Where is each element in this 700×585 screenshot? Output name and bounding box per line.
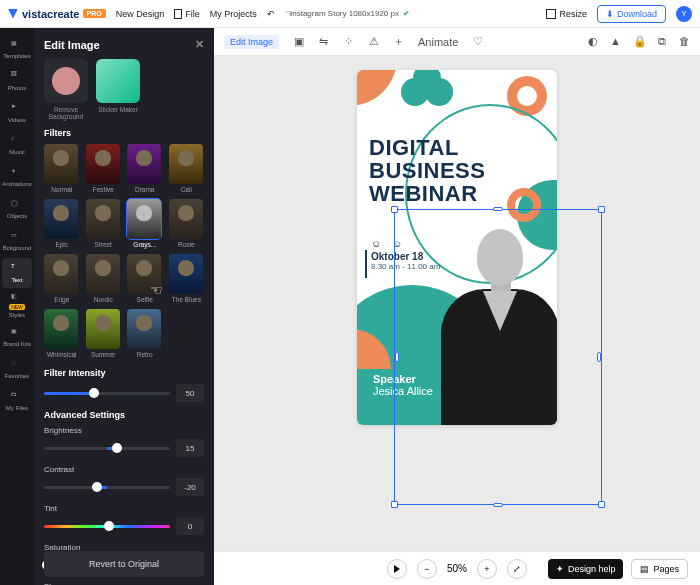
play-icon [394,565,400,573]
objects-icon: ◯ [11,199,23,211]
add-icon[interactable]: ＋ [393,34,404,49]
play-button[interactable] [387,559,407,579]
rail-my-files[interactable]: 🗀My Files [2,386,32,416]
brand-logo[interactable]: vistacreate PRO [8,8,106,20]
download-button[interactable]: ⬇Download [597,5,666,23]
fit-button[interactable]: ⤢ [507,559,527,579]
brightness-slider[interactable]: 15 [44,439,204,457]
left-rail: ▦Templates 🖼Photos ►Videos ♪Music ✦Anima… [0,28,34,585]
contrast-label: Contrast [44,465,204,474]
revert-button[interactable]: Revert to Original [44,551,204,577]
remove-background-option[interactable]: Remove Background [44,59,88,120]
resize-button[interactable]: Resize [546,9,587,19]
pro-badge: PRO [83,9,106,18]
download-icon: ⬇ [606,9,614,19]
rail-photos[interactable]: 🖼Photos [2,66,32,96]
selection-box[interactable] [394,209,602,505]
filter-normal[interactable]: Normal [44,144,80,193]
filter-nordic[interactable]: Nordic [86,254,122,303]
filter-grayscale[interactable]: Grays... [127,199,163,248]
delete-icon[interactable]: 🗑 [679,35,690,48]
headline-text[interactable]: DIGITAL BUSINESS WEBINAR [369,136,485,205]
user-avatar[interactable]: Y [676,6,692,22]
background-icon: ▭ [11,231,23,243]
rail-brand-kits[interactable]: ▣Brand Kits [2,322,32,352]
filter-edge[interactable]: Edge [44,254,80,303]
filters-heading: Filters [44,128,204,138]
videos-icon: ► [11,103,23,115]
rail-background[interactable]: ▭Bckground [2,226,32,256]
rail-videos[interactable]: ►Videos [2,98,32,128]
rail-styles[interactable]: ◧NEWStyles [2,290,32,320]
filter-epic[interactable]: Epic [44,199,80,248]
brightness-label: Brightness [44,426,204,435]
heart-icon[interactable]: ♡ [472,35,483,48]
styles-icon: ◧ [11,292,23,304]
saved-icon: ✔ [403,9,410,18]
filter-drama[interactable]: Drama [127,144,163,193]
rail-music[interactable]: ♪Music [2,130,32,160]
edit-image-chip[interactable]: Edit Image [224,35,279,49]
pages-icon: ▤ [640,564,649,574]
tint-slider[interactable]: 0 [44,517,204,535]
tint-label: Tint [44,504,204,513]
filter-whimsical[interactable]: Whimsical [44,309,80,358]
panel-title-row: Edit Image ✕ [44,38,204,51]
new-badge: NEW [9,304,25,310]
my-projects-link[interactable]: My Projects [210,9,257,19]
sticker-maker-option[interactable]: Sticker Maker [96,59,140,120]
filter-summer[interactable]: Summer [86,309,122,358]
new-design-menu[interactable]: New Design [116,9,165,19]
zoom-out-button[interactable]: − [417,559,437,579]
filter-street[interactable]: Street [86,199,122,248]
rail-favorites[interactable]: ♡Favorites [2,354,32,384]
canvas-area[interactable]: DIGITAL BUSINESS WEBINAR ☺ ☺ Oktober 18 … [214,56,700,551]
music-icon: ♪ [11,135,23,147]
rail-templates[interactable]: ▦Templates [2,34,32,64]
contrast-slider[interactable]: -20 [44,478,204,496]
undo-button[interactable]: ↶ [267,9,275,19]
filter-rosie[interactable]: Rosie [169,199,205,248]
rail-objects[interactable]: ◯Objects [2,194,32,224]
file-icon [174,9,182,19]
filter-retro[interactable]: Retro [127,309,163,358]
warning-icon[interactable]: ⚠ [368,35,379,48]
filter-festive[interactable]: Festive [86,144,122,193]
document-title[interactable]: Instagram Story 1080x1920 px ✔ [290,9,410,18]
layer-icon[interactable]: ▲ [610,35,621,48]
templates-icon: ▦ [11,39,23,51]
filter-the-blues[interactable]: The Blues [169,254,205,303]
design-help-button[interactable]: ✦Design help [548,559,624,579]
heart-icon: ♡ [11,359,23,371]
animate-button[interactable]: Animate [418,36,458,48]
photos-icon: 🖼 [11,71,23,83]
intensity-slider[interactable]: 50 [44,384,204,402]
topbar: vistacreate PRO New Design File My Proje… [0,0,700,28]
rail-animations[interactable]: ✦Animations [2,162,32,192]
resize-icon [546,9,556,19]
folder-icon: 🗀 [11,391,23,403]
filter-selfie[interactable]: Selfie [127,254,163,303]
file-menu[interactable]: File [174,9,200,19]
opacity-icon[interactable]: ◐ [587,35,598,48]
zoom-in-button[interactable]: + [477,559,497,579]
filter-cali[interactable]: Cali [169,144,205,193]
rail-text[interactable]: TText [2,258,32,288]
crop-icon[interactable]: ▣ [293,35,304,48]
text-icon: T [11,263,23,275]
effects-icon[interactable]: ⁘ [343,35,354,48]
bottom-bar: − 50% + ⤢ ✦Design help ▤Pages [214,551,700,585]
intensity-heading: Filter Intensity [44,368,204,378]
pages-button[interactable]: ▤Pages [631,559,688,579]
brand-name: vistacreate [22,8,80,20]
duplicate-icon[interactable]: ⧉ [656,35,667,48]
lock-icon[interactable]: 🔒 [633,35,644,48]
context-toolbar: Edit Image ▣ ⇋ ⁘ ⚠ ＋ Animate ♡ ◐ ▲ 🔒 ⧉ 🗑 [214,28,700,56]
filters-grid: Normal Festive Drama Cali Epic Street Gr… [44,144,204,358]
panel-title: Edit Image [44,39,100,51]
sparkle-icon: ✦ [556,564,564,574]
close-panel-button[interactable]: ✕ [195,38,204,51]
intensity-value: 50 [176,384,204,402]
flip-icon[interactable]: ⇋ [318,35,329,48]
logo-icon [8,9,18,19]
